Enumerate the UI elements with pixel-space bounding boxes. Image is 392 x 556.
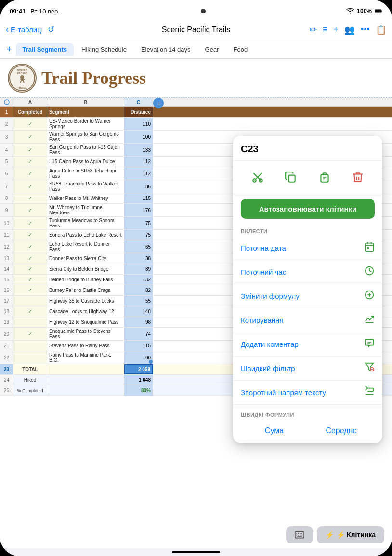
svg-rect-2	[375, 10, 381, 12]
undo-icon[interactable]: ↺	[48, 25, 54, 35]
wifi-icon	[346, 7, 354, 15]
tab-gear[interactable]: Gear	[198, 43, 226, 56]
date-label: Вт 10 вер.	[30, 8, 60, 15]
svg-text:TRAILS: TRAILS	[17, 86, 27, 89]
trail-header: SCENIC PACIFIC TRAILS Trail Progress	[0, 59, 392, 98]
quick-formulas-row: Сума Середнє	[233, 423, 382, 439]
popup-cell-ref: C23	[233, 144, 382, 161]
home-bar[interactable]	[172, 551, 220, 553]
table-row: 2 ✓ US-Mexico Border to Warner Springs 1…	[0, 118, 392, 131]
svg-rect-20	[321, 175, 328, 182]
device-frame: 09:41 Вт 10 вер. 100% ‹ Е-таблиці	[0, 0, 392, 556]
status-left: 09:41 Вт 10 вер.	[10, 8, 60, 15]
bottom-bar: ⚡ ⚡ Клітинка	[8, 526, 384, 543]
svg-text:PACIFIC: PACIFIC	[17, 72, 27, 75]
svg-line-30	[369, 271, 371, 272]
cell-1-a[interactable]: Completed	[13, 107, 47, 117]
doc-icon[interactable]: 📋	[376, 25, 386, 35]
svg-point-6	[20, 75, 24, 79]
current-time-icon	[364, 265, 375, 278]
battery-label: 100%	[357, 8, 372, 14]
add-comment-icon	[364, 338, 375, 351]
svg-line-17	[253, 173, 258, 177]
nav-left: ‹ Е-таблиці ↺	[6, 25, 99, 35]
add-icon[interactable]: +	[334, 25, 339, 35]
nav-right: ✏ ≡ + 👥 ••• 📋	[293, 25, 387, 35]
main-content: SCENIC PACIFIC TRAILS Trail Progress	[0, 59, 392, 548]
keyboard-button[interactable]	[286, 526, 313, 543]
svg-point-12	[4, 100, 9, 105]
col-b-header[interactable]: B	[47, 98, 124, 106]
current-date-icon	[364, 241, 375, 254]
home-indicator	[0, 548, 392, 556]
tab-food[interactable]: Food	[226, 43, 254, 56]
tab-hiking-schedule[interactable]: Hiking Schedule	[75, 43, 133, 56]
tabs-bar: + Trail Segments Hiking Schedule Elevati…	[0, 40, 392, 59]
avg-formula[interactable]: Середнє	[308, 423, 375, 439]
status-bar: 09:41 Вт 10 вер. 100%	[0, 0, 392, 19]
pen-icon[interactable]: ✏	[310, 25, 317, 35]
tab-elevation-14-days[interactable]: Elevation 14 days	[134, 43, 197, 56]
cell-1-b[interactable]: Segment	[47, 107, 124, 117]
svg-rect-27	[367, 247, 369, 249]
quotation-item[interactable]: Котирування	[233, 308, 382, 332]
time-label: 09:41	[10, 8, 26, 15]
change-formula-icon	[364, 290, 375, 303]
add-comment-item[interactable]: Додати коментар	[233, 332, 382, 357]
lightning-icon: ⚡	[326, 531, 334, 539]
battery-icon	[375, 7, 382, 15]
reverse-text-icon	[364, 386, 375, 399]
back-label[interactable]: Е-таблиці	[11, 26, 43, 34]
paste-icon[interactable]	[314, 167, 335, 188]
svg-rect-19	[289, 175, 295, 182]
cell-1-c[interactable]: Distance	[124, 107, 153, 117]
more-icon[interactable]: •••	[361, 25, 370, 35]
spreadsheet-title: Trail Progress	[41, 68, 146, 88]
quick-formulas-label: ШВИДКІ ФОРМУЛИ	[233, 407, 382, 420]
quick-filter-icon	[364, 362, 375, 375]
grid-row-header: 1 Completed Segment Distance	[0, 107, 392, 118]
list-icon[interactable]: ≡	[323, 25, 328, 35]
copy-icon[interactable]	[280, 167, 301, 188]
autofill-button[interactable]: Автозаповнювати клітинки	[241, 199, 375, 219]
row-num-1: 1	[0, 107, 13, 117]
cut-icon[interactable]	[247, 167, 268, 188]
delete-icon[interactable]	[347, 167, 368, 188]
svg-rect-1	[381, 10, 382, 12]
col-a-header[interactable]: A	[13, 98, 47, 106]
tab-trail-segments[interactable]: Trail Segments	[16, 43, 74, 56]
paste-section-label: ВКЛЕСТИ	[233, 224, 382, 236]
reverse-text-item[interactable]: Зворотний напрям тексту	[233, 381, 382, 405]
back-icon[interactable]: ‹	[6, 25, 9, 35]
quotation-icon	[364, 314, 375, 327]
pause-button[interactable]: ⏸	[153, 98, 164, 108]
popup-icons-row	[233, 161, 382, 194]
sum-formula[interactable]: Сума	[241, 423, 308, 439]
status-right: 100%	[346, 7, 382, 15]
nav-bar: ‹ Е-таблиці ↺ Scenic Pacific Trails ✏ ≡ …	[0, 19, 392, 40]
col-header-row: A B C ⏸	[0, 98, 392, 107]
add-sheet-button[interactable]: +	[4, 44, 15, 54]
context-popup: C23	[233, 136, 382, 443]
col-c-header[interactable]: C	[124, 98, 153, 106]
collab-icon[interactable]: 👥	[344, 25, 355, 35]
camera	[201, 9, 206, 13]
nav-title: Scenic Pacific Trails	[103, 26, 289, 34]
current-date-item[interactable]: Поточна дата	[233, 236, 382, 260]
current-time-item[interactable]: Поточний час	[233, 260, 382, 284]
cell-button[interactable]: ⚡ ⚡ Клітинка	[317, 526, 384, 543]
corner-header	[0, 98, 13, 106]
svg-line-18	[258, 173, 262, 177]
quick-filter-item[interactable]: Швидкий фільтр	[233, 357, 382, 381]
change-formula-item[interactable]: Змінити формулу	[233, 284, 382, 308]
trail-logo: SCENIC PACIFIC TRAILS	[8, 64, 37, 93]
pause-area: ⏸	[153, 98, 164, 106]
svg-rect-23	[366, 243, 374, 252]
